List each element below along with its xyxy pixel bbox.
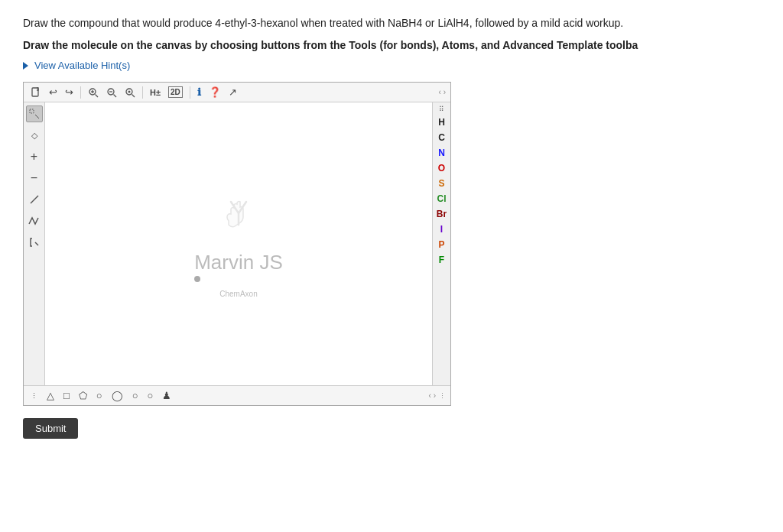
atom-grid-icon: ⠿ (439, 104, 444, 115)
right-atoms-panel: ⠿ H C N O S Cl Br I P F (432, 102, 450, 385)
zoom-selection-button[interactable] (122, 86, 138, 99)
molecule-placeholder-icon (212, 190, 265, 244)
canvas-draw-area[interactable]: Marvin JS ChemAxon (45, 102, 432, 385)
submit-button[interactable]: Submit (23, 418, 78, 439)
triangle-shape-button[interactable]: △ (44, 388, 57, 403)
toolbar-sep-3 (190, 86, 190, 99)
atom-O-button[interactable]: O (434, 161, 450, 176)
zoom-in-button[interactable] (86, 86, 101, 99)
question-line2: Draw the molecule on the canvas by choos… (23, 37, 760, 54)
chemaxon-label: ChemAxon (194, 290, 283, 298)
marvin-canvas-container: ↩ ↪ H± 2D ℹ ❓ ↗ (23, 82, 451, 406)
toolbar-sep-1 (80, 86, 81, 99)
atom-H-button[interactable]: H (434, 115, 450, 130)
atom-Br-button[interactable]: Br (434, 206, 450, 222)
atom-I-button[interactable]: I (434, 222, 450, 237)
hint-label: View Available Hint(s) (34, 60, 130, 71)
bottom-sep-icon[interactable]: ⋮ (28, 391, 40, 401)
svg-line-12 (35, 115, 39, 118)
cycle-shape-button[interactable]: ◯ (109, 388, 125, 403)
lasso-tool-button[interactable]: ◇ (26, 127, 43, 144)
svg-line-6 (114, 94, 117, 97)
help-button[interactable]: ❓ (206, 85, 223, 99)
svg-line-14 (35, 242, 38, 245)
atom-Cl-button[interactable]: Cl (434, 191, 450, 206)
bond-tool-button[interactable] (26, 191, 43, 208)
top-toolbar: ↩ ↪ H± 2D ℹ ❓ ↗ (24, 83, 450, 102)
erase-button[interactable]: − (26, 170, 43, 187)
square-shape-button[interactable]: □ (61, 388, 72, 403)
bottom-right-arrows: ‹ › ⋮ (429, 391, 446, 400)
svg-line-9 (132, 94, 135, 97)
new-document-button[interactable] (28, 86, 44, 99)
hydrogens-button[interactable]: H± (148, 86, 163, 99)
redo-button[interactable]: ↪ (63, 85, 76, 99)
atom-F-button[interactable]: F (434, 252, 450, 268)
zoom-out-button[interactable] (104, 86, 119, 99)
svg-point-10 (128, 90, 131, 92)
pentagon-shape-button[interactable]: ⬠ (76, 388, 89, 403)
toolbar-right-arrows: ‹ › (439, 88, 446, 96)
marvin-watermark: Marvin JS ChemAxon (194, 190, 283, 298)
left-tools-panel: ◇ + − (24, 102, 45, 385)
expand-button[interactable]: ↗ (226, 85, 239, 99)
svg-rect-11 (30, 109, 34, 113)
atom-C-button[interactable]: C (434, 130, 450, 145)
hint-triangle-icon (23, 62, 28, 70)
marvin-main-area: ◇ + − (24, 102, 450, 385)
circle-shape-button[interactable]: ○ (94, 388, 105, 403)
bracket-tool-button[interactable] (26, 234, 43, 251)
chemaxon-dot (194, 276, 200, 282)
svg-line-2 (96, 94, 99, 97)
clean2d-button[interactable]: 2D (166, 85, 185, 99)
svg-rect-0 (32, 88, 38, 96)
undo-button[interactable]: ↩ (47, 85, 60, 99)
chain-tool-button[interactable] (26, 212, 43, 229)
ring6-shape-button[interactable]: ○ (130, 388, 141, 403)
bottom-toolbar: ⋮ △ □ ⬠ ○ ◯ ○ ○ ♟ ‹ › ⋮ (24, 385, 450, 405)
info-button[interactable]: ℹ (195, 85, 203, 99)
atom-N-button[interactable]: N (434, 145, 450, 161)
hint-link[interactable]: View Available Hint(s) (23, 60, 760, 71)
atom-P-button[interactable]: P (434, 237, 450, 252)
toolbar-sep-2 (142, 86, 143, 99)
custom-shape-button[interactable]: ♟ (160, 388, 174, 403)
svg-line-13 (31, 196, 38, 203)
question-line1: Draw the compound that would produce 4-e… (23, 15, 760, 31)
select-tool-button[interactable] (26, 105, 43, 122)
add-atom-button[interactable]: + (26, 148, 43, 165)
atom-S-button[interactable]: S (434, 176, 450, 191)
ring7-shape-button[interactable]: ○ (145, 388, 156, 403)
marvin-brand-text: Marvin JS (194, 251, 283, 274)
